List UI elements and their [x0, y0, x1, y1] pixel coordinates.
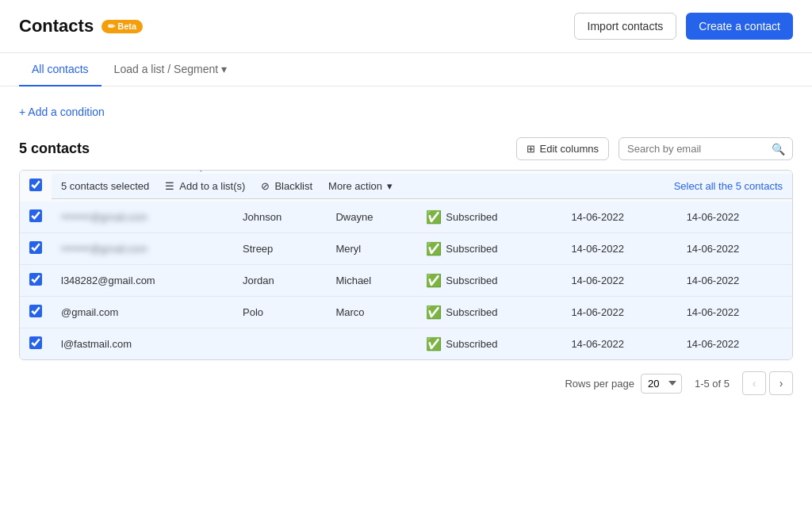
contact-status: ✅Subscribed — [416, 297, 561, 328]
select-all-link[interactable]: Select all the 5 contacts — [674, 180, 783, 192]
contact-date1: 14-06-2022 — [561, 202, 676, 233]
blacklist-button[interactable]: ⊘ Blacklist — [261, 180, 312, 192]
more-action-button[interactable]: More action ▾ — [328, 180, 393, 192]
action-bar: 5 contacts selected ☰ Add to a list(s) ⊘… — [52, 174, 792, 199]
contact-last-name — [233, 328, 326, 360]
next-page-button[interactable]: › — [769, 371, 793, 395]
contact-status: ✅Subscribed — [416, 328, 561, 360]
select-all-checkbox-cell[interactable] — [20, 171, 52, 202]
tab-all-contacts[interactable]: All contacts — [19, 53, 102, 86]
add-to-list-icon: ☰ — [165, 180, 174, 192]
contact-date2: 14-06-2022 — [677, 297, 792, 328]
prev-page-button[interactable]: ‹ — [742, 371, 766, 395]
contact-email: @gmail.com — [52, 297, 233, 328]
rows-per-page-label: Rows per page — [565, 378, 634, 390]
subscribed-check-icon: ✅ — [426, 241, 442, 256]
row-checkbox-cell[interactable] — [20, 297, 52, 328]
contact-date2: 14-06-2022 — [677, 265, 792, 297]
search-wrapper: 🔍 — [619, 137, 793, 160]
contact-last-name: Jordan — [233, 265, 326, 297]
row-checkbox[interactable] — [29, 241, 42, 254]
status-label: Subscribed — [446, 243, 497, 255]
row-checkbox[interactable] — [29, 305, 42, 317]
page-header: Contacts ✏ Beta Import contacts Create a… — [0, 0, 812, 53]
row-checkbox-cell[interactable] — [20, 265, 52, 297]
tab-load-list[interactable]: Load a list / Segment ▾ — [102, 53, 240, 86]
search-icon: 🔍 — [772, 143, 785, 156]
table-header-right: ⊞ Edit columns 🔍 — [516, 137, 793, 160]
row-checkbox[interactable] — [29, 209, 42, 222]
table-row: l@fastmail.com✅Subscribed14-06-202214-06… — [20, 328, 792, 360]
contact-status: ✅Subscribed — [416, 265, 561, 297]
contact-date1: 14-06-2022 — [561, 328, 676, 360]
subscribed-check-icon: ✅ — [426, 273, 442, 288]
contact-status: ✅Subscribed — [416, 202, 561, 233]
search-email-input[interactable] — [619, 137, 793, 160]
add-to-list-button[interactable]: ☰ Add to a list(s) — [165, 180, 245, 192]
table-footer: Rows per page 20 10 50 100 1-5 of 5 ‹ › — [0, 360, 812, 406]
contact-date2: 14-06-2022 — [677, 328, 792, 360]
filter-area: + Add a condition — [0, 86, 812, 131]
tabs-nav: All contacts Load a list / Segment ▾ — [0, 53, 812, 86]
table-row: l348282@gmail.comJordanMichael✅Subscribe… — [20, 265, 792, 297]
contacts-tbody: ••••••••@gmail.comJohnsonDwayne✅Subscrib… — [20, 202, 792, 359]
contact-first-name: Michael — [326, 265, 416, 297]
contact-email: ••••••••@gmail.com — [52, 233, 233, 265]
row-checkbox[interactable] — [29, 273, 42, 286]
table-row: ••••••••@gmail.comJohnsonDwayne✅Subscrib… — [20, 202, 792, 233]
contact-last-name: Polo — [233, 297, 326, 328]
contact-date1: 14-06-2022 — [561, 233, 676, 265]
row-checkbox-cell[interactable] — [20, 328, 52, 360]
action-bar-left: 5 contacts selected ☰ Add to a list(s) ⊘… — [61, 180, 658, 192]
row-checkbox-cell[interactable] — [20, 233, 52, 265]
chevron-down-icon: ▾ — [221, 63, 227, 75]
status-label: Subscribed — [446, 338, 497, 350]
selected-count-label: 5 contacts selected — [61, 180, 149, 192]
pagination-buttons: ‹ › — [742, 371, 793, 395]
status-label: Subscribed — [446, 211, 497, 223]
table-header-bar: 5 contacts ⊞ Edit columns 🔍 — [0, 131, 812, 170]
contact-first-name: Marco — [326, 297, 416, 328]
contact-last-name: Johnson — [233, 202, 326, 233]
action-bar-cell: 5 contacts selected ☰ Add to a list(s) ⊘… — [52, 171, 792, 202]
contact-first-name: Meryl — [326, 233, 416, 265]
row-checkbox[interactable] — [29, 336, 42, 349]
contact-date1: 14-06-2022 — [561, 265, 676, 297]
contact-date2: 14-06-2022 — [677, 202, 792, 233]
create-contact-button[interactable]: Create a contact — [686, 13, 793, 40]
contact-email: ••••••••@gmail.com — [52, 202, 233, 233]
table-row: ••••••••@gmail.comStreepMeryl✅Subscribed… — [20, 233, 792, 265]
import-contacts-button[interactable]: Import contacts — [574, 13, 677, 40]
add-condition-button[interactable]: + Add a condition — [19, 106, 793, 118]
rows-per-page-select[interactable]: 20 10 50 100 — [641, 374, 682, 394]
more-action-chevron-icon: ▾ — [387, 180, 393, 192]
subscribed-check-icon: ✅ — [426, 209, 442, 225]
blacklist-icon: ⊘ — [261, 180, 270, 192]
edit-columns-icon: ⊞ — [527, 143, 535, 155]
table-row: @gmail.comPoloMarco✅Subscribed14-06-2022… — [20, 297, 792, 328]
contact-email: l348282@gmail.com — [52, 265, 233, 297]
subscribed-check-icon: ✅ — [426, 305, 442, 320]
beta-badge: ✏ Beta — [102, 20, 143, 33]
rows-per-page-control: Rows per page 20 10 50 100 — [565, 374, 681, 394]
subscribed-check-icon: ✅ — [426, 336, 442, 351]
status-label: Subscribed — [446, 275, 497, 286]
header-left: Contacts ✏ Beta — [19, 16, 143, 36]
page-title: Contacts — [19, 16, 94, 36]
contacts-table-container: 5 contacts selected ☰ Add to a list(s) ⊘… — [19, 170, 793, 360]
status-label: Subscribed — [446, 306, 497, 318]
edit-columns-button[interactable]: ⊞ Edit columns — [516, 137, 609, 160]
action-bar-row: 5 contacts selected ☰ Add to a list(s) ⊘… — [20, 171, 792, 202]
contacts-table: 5 contacts selected ☰ Add to a list(s) ⊘… — [20, 171, 792, 359]
contact-date2: 14-06-2022 — [677, 233, 792, 265]
contact-first-name: Dwayne — [326, 202, 416, 233]
select-all-checkbox[interactable] — [29, 179, 42, 191]
contact-email: l@fastmail.com — [52, 328, 233, 360]
row-checkbox-cell[interactable] — [20, 202, 52, 233]
contacts-count-label: 5 contacts — [19, 140, 90, 157]
contact-first-name — [326, 328, 416, 360]
contact-last-name: Streep — [233, 233, 326, 265]
header-actions: Import contacts Create a contact — [574, 13, 793, 40]
pagination-info: 1-5 of 5 — [695, 378, 730, 390]
contact-date1: 14-06-2022 — [561, 297, 676, 328]
